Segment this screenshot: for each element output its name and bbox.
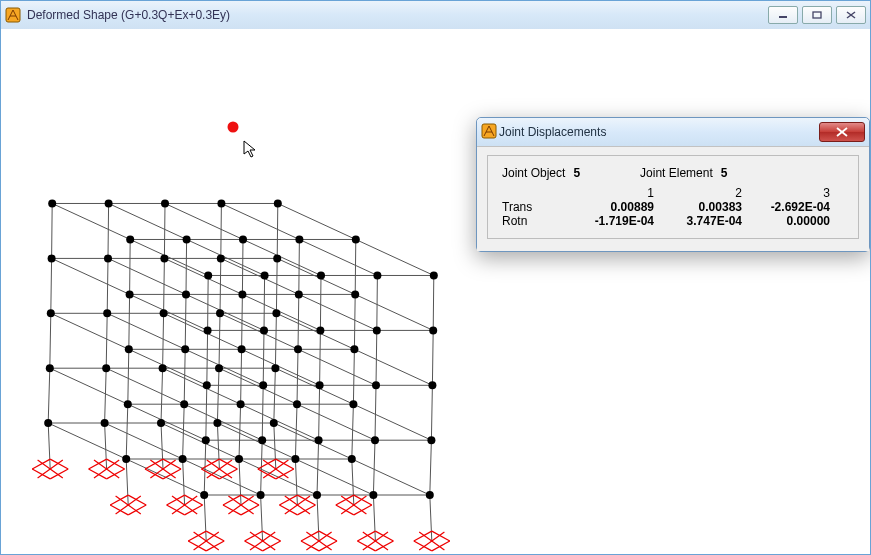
svg-line-167 — [352, 404, 354, 459]
svg-line-182 — [126, 459, 128, 505]
svg-line-259 — [430, 495, 432, 541]
svg-line-66 — [164, 313, 242, 349]
svg-point-300 — [102, 364, 110, 372]
svg-line-196 — [261, 495, 263, 541]
svg-line-146 — [242, 239, 243, 294]
svg-point-346 — [317, 271, 325, 279]
svg-line-166 — [433, 275, 434, 330]
svg-point-289 — [369, 491, 377, 499]
svg-line-231 — [161, 423, 163, 469]
svg-line-149 — [164, 258, 165, 313]
rotn-1: -1.719E-04 — [570, 214, 654, 228]
svg-point-348 — [161, 199, 169, 207]
svg-point-303 — [159, 364, 167, 372]
svg-line-155 — [295, 404, 297, 459]
svg-point-314 — [181, 345, 189, 353]
dialog-title-bar[interactable]: Joint Displacements — [477, 118, 869, 146]
svg-line-123 — [48, 368, 50, 423]
svg-line-148 — [163, 313, 164, 368]
svg-line-117 — [207, 330, 208, 385]
svg-point-306 — [215, 364, 223, 372]
svg-line-139 — [317, 440, 319, 495]
svg-line-141 — [320, 330, 321, 385]
svg-line-43 — [241, 404, 319, 440]
title-bar[interactable]: Deformed Shape (G+0.3Q+Ex+0.3Ey) — [1, 1, 870, 30]
trans-2: 0.00383 — [658, 200, 742, 214]
svg-point-337 — [429, 326, 437, 334]
svg-line-150 — [164, 203, 165, 258]
svg-line-113 — [356, 239, 434, 275]
minimize-button[interactable] — [768, 6, 798, 24]
svg-line-70 — [276, 313, 354, 349]
col-header-2: 2 — [658, 186, 742, 200]
svg-point-353 — [352, 235, 360, 243]
svg-point-292 — [426, 491, 434, 499]
viewport-3d[interactable] — [1, 29, 870, 554]
svg-point-338 — [351, 290, 359, 298]
svg-line-128 — [262, 385, 263, 440]
deformed-shape-svg — [1, 29, 871, 555]
svg-point-341 — [126, 235, 134, 243]
svg-point-325 — [204, 326, 212, 334]
trans-3: -2.692E-04 — [746, 200, 830, 214]
svg-line-238 — [373, 495, 375, 541]
svg-line-163 — [430, 440, 432, 495]
svg-line-40 — [50, 368, 128, 404]
joint-displacements-dialog[interactable]: Joint Displacements Joint Object 5 Joint… — [476, 117, 870, 252]
svg-line-88 — [164, 258, 242, 294]
svg-point-295 — [202, 436, 210, 444]
window-close-button[interactable] — [836, 6, 866, 24]
svg-line-122 — [130, 239, 131, 294]
svg-point-340 — [204, 271, 212, 279]
svg-point-312 — [47, 309, 55, 317]
svg-line-18 — [48, 423, 126, 459]
svg-line-136 — [106, 313, 107, 368]
svg-point-296 — [124, 400, 132, 408]
svg-line-91 — [355, 294, 433, 330]
svg-point-339 — [273, 254, 281, 262]
svg-line-168 — [353, 349, 354, 404]
svg-line-159 — [217, 368, 219, 423]
svg-line-67 — [298, 349, 376, 385]
svg-line-170 — [355, 239, 356, 294]
rotn-3: 0.00000 — [746, 214, 830, 228]
svg-point-310 — [203, 381, 211, 389]
svg-point-344 — [183, 235, 191, 243]
svg-point-347 — [239, 235, 247, 243]
svg-line-112 — [221, 203, 299, 239]
svg-line-125 — [51, 258, 52, 313]
svg-line-161 — [220, 258, 221, 313]
displacement-table: 1 2 3 Trans 0.00889 0.00383 -2.692E-04 R… — [502, 186, 848, 228]
svg-line-111 — [299, 239, 377, 275]
svg-point-335 — [295, 290, 303, 298]
svg-point-323 — [350, 345, 358, 353]
row-label-trans: Trans — [502, 200, 566, 214]
svg-line-47 — [353, 404, 431, 440]
svg-point-342 — [48, 199, 56, 207]
svg-line-217 — [317, 495, 319, 541]
svg-line-165 — [432, 330, 433, 385]
svg-line-116 — [206, 385, 207, 440]
dialog-inner-panel: Joint Object 5 Joint Element 5 1 2 3 Tra… — [487, 155, 859, 239]
svg-line-171 — [274, 368, 276, 423]
svg-point-298 — [258, 436, 266, 444]
row-label-rotn: Rotn — [502, 214, 566, 228]
svg-line-107 — [187, 239, 265, 275]
svg-line-109 — [243, 239, 321, 275]
svg-point-336 — [217, 254, 225, 262]
svg-point-322 — [428, 381, 436, 389]
dialog-title: Joint Displacements — [499, 125, 606, 139]
svg-line-160 — [219, 313, 220, 368]
svg-line-135 — [105, 368, 107, 423]
svg-line-172 — [275, 313, 276, 368]
svg-line-110 — [165, 203, 243, 239]
dialog-close-button[interactable] — [819, 122, 865, 142]
svg-point-294 — [270, 419, 278, 427]
svg-line-158 — [299, 239, 300, 294]
svg-line-63 — [185, 349, 263, 385]
svg-line-132 — [184, 349, 185, 404]
svg-line-126 — [52, 203, 53, 258]
maximize-button[interactable] — [802, 6, 832, 24]
svg-point-324 — [272, 309, 280, 317]
svg-point-285 — [101, 419, 109, 427]
